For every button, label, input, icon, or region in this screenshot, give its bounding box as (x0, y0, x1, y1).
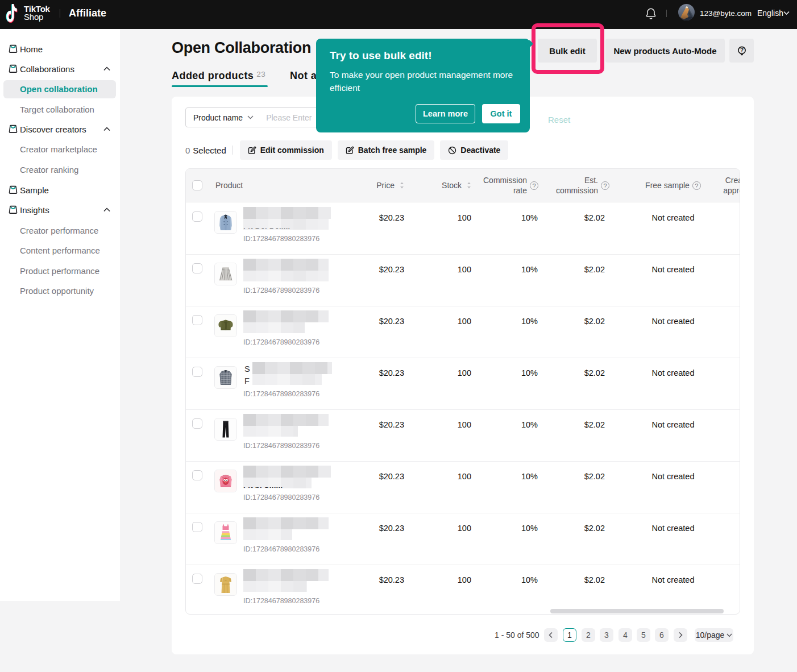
svg-text:?: ? (740, 47, 743, 53)
